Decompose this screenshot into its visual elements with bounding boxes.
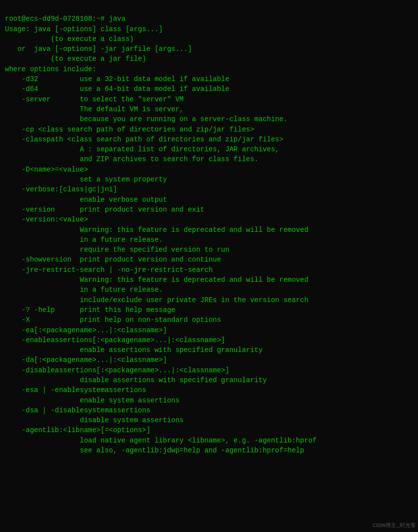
terminal-line: where options include:: [5, 64, 413, 74]
terminal-line: -agentlib:<libname>[=<options>]: [5, 425, 413, 435]
terminal-line: -disableassertions[:<packagename>...|:<c…: [5, 365, 413, 375]
terminal-line: set a system property: [5, 175, 413, 184]
terminal-line: -da[:<packagename>...|:<classname>]: [5, 355, 413, 365]
terminal-line: disable system assertions: [5, 415, 413, 425]
terminal-line: -showversion print product version and c…: [5, 255, 413, 265]
terminal-line: Warning: this feature is deprecated and …: [5, 225, 413, 235]
terminal-line: A : separated list of directories, JAR a…: [5, 144, 413, 154]
terminal-output: root@ecs-dd9d-0728108:~# javaUsage: java…: [5, 4, 413, 455]
terminal-line: in a future release.: [5, 235, 413, 245]
terminal-line: -ea[:<packagename>...|:<classname>]: [5, 325, 413, 335]
terminal-line: include/exclude user private JREs in the…: [5, 295, 413, 305]
terminal-line: Warning: this feature is deprecated and …: [5, 275, 413, 285]
terminal-line: enable assertions with specified granula…: [5, 345, 413, 355]
terminal-line: -classpath <class search path of directo…: [5, 134, 413, 144]
terminal-line: -d64 use a 64-bit data model if availabl…: [5, 84, 413, 94]
terminal-line: (to execute a jar file): [5, 54, 413, 64]
terminal-line: and ZIP archives to search for class fil…: [5, 154, 413, 164]
terminal-line: because you are running on a server-clas…: [5, 114, 413, 124]
terminal-line: disable assertions with specified granul…: [5, 375, 413, 385]
terminal-line: enable verbose output: [5, 195, 413, 205]
terminal-line: or java [-options] -jar jarfile [args...…: [5, 44, 413, 54]
terminal-line: -cp <class search path of directories an…: [5, 125, 413, 134]
watermark: CSDN博主_时光客: [372, 522, 416, 530]
terminal-line: -enableassertions[:<packagename>...|:<cl…: [5, 335, 413, 345]
terminal-line: -D<name>=<value>: [5, 165, 413, 175]
terminal-line: -X print help on non-standard options: [5, 315, 413, 325]
terminal-line: see also, -agentlib:jdwp=help and -agent…: [5, 445, 413, 455]
terminal-line: The default VM is server,: [5, 104, 413, 114]
terminal-line: -jre-restrict-search | -no-jre-restrict-…: [5, 265, 413, 275]
terminal-line: in a future release.: [5, 285, 413, 295]
terminal-line: -esa | -enablesystemassertions: [5, 385, 413, 395]
terminal-line: root@ecs-dd9d-0728108:~# java: [5, 14, 413, 24]
terminal-line: load native agent library <libname>, e.g…: [5, 436, 413, 445]
terminal-line: -d32 use a 32-bit data model if availabl…: [5, 74, 413, 84]
terminal-line: enable system assertions: [5, 396, 413, 405]
terminal-line: (to execute a class): [5, 34, 413, 44]
terminal-line: Usage: java [-options] class [args...]: [5, 24, 413, 34]
terminal-line: -dsa | -disablesystemassertions: [5, 405, 413, 415]
terminal-line: -verbose:[class|gc|jni]: [5, 184, 413, 194]
terminal-line: require the specified version to run: [5, 245, 413, 255]
terminal-line: -? -help print this help message: [5, 305, 413, 315]
terminal-line: -version:<value>: [5, 215, 413, 224]
terminal-line: -version print product version and exit: [5, 205, 413, 215]
terminal-line: -server to select the "server" VM: [5, 94, 413, 104]
